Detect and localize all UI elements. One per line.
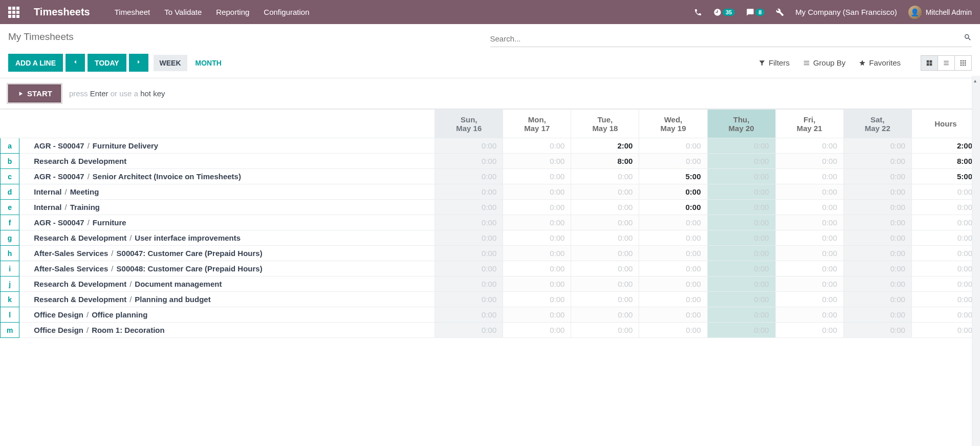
grid-cell[interactable]: 0:00 [639,200,707,215]
groupby-button[interactable]: Group By [803,58,845,67]
grid-cell[interactable]: 0:00 [775,292,843,307]
grid-cell[interactable]: 0:00 [843,277,911,292]
activity-icon[interactable]: 35 [713,8,735,16]
grid-cell[interactable]: 0:00 [639,261,707,277]
grid-cell[interactable]: 0:00 [571,292,639,307]
row-label[interactable]: After-Sales Services/S00047: Customer Ca… [19,246,435,261]
menu-configuration[interactable]: Configuration [264,8,309,16]
apps-icon[interactable] [8,7,19,18]
row-label[interactable]: After-Sales Services/S00048: Customer Ca… [19,261,435,277]
search-icon[interactable] [964,33,972,44]
grid-cell[interactable]: 0:00 [639,246,707,261]
grid-cell[interactable]: 0:00 [503,292,571,307]
row-hotkey[interactable]: i [1,261,19,277]
grid-cell[interactable]: 0:00 [639,138,707,154]
grid-cell[interactable]: 0:00 [571,307,639,323]
grid-cell[interactable]: 0:00 [639,154,707,169]
start-timer-button[interactable]: START [8,84,61,102]
grid-cell[interactable]: 0:00 [775,246,843,261]
grid-cell[interactable]: 0:00 [639,323,707,338]
scale-month-button[interactable]: MONTH [189,55,228,71]
grid-cell[interactable]: 0:00 [503,200,571,215]
search-box[interactable] [490,31,972,47]
grid-cell[interactable]: 0:00 [571,323,639,338]
row-hotkey[interactable]: f [1,215,19,230]
grid-cell[interactable]: 0:00 [707,154,775,169]
grid-cell[interactable]: 0:00 [571,215,639,230]
row-label[interactable]: AGR - S00047/Senior Architect (Invoice o… [19,169,435,184]
row-hotkey[interactable]: k [1,292,19,307]
grid-cell[interactable]: 0:00 [639,307,707,323]
scale-week-button[interactable]: WEEK [154,55,187,71]
grid-cell[interactable]: 0:00 [503,230,571,246]
row-hotkey[interactable]: b [1,154,19,169]
grid-cell[interactable]: 0:00 [775,230,843,246]
grid-cell[interactable]: 0:00 [435,154,503,169]
grid-cell[interactable]: 0:00 [435,184,503,200]
grid-cell[interactable]: 0:00 [843,169,911,184]
prev-button[interactable] [66,54,85,72]
grid-cell[interactable]: 0:00 [775,138,843,154]
grid-cell[interactable]: 0:00 [707,184,775,200]
grid-cell[interactable]: 0:00 [571,169,639,184]
grid-cell[interactable]: 0:00 [435,138,503,154]
grid-cell[interactable]: 0:00 [843,323,911,338]
grid-cell[interactable]: 0:00 [503,323,571,338]
grid-cell[interactable]: 0:00 [503,215,571,230]
user-menu[interactable]: 👤 Mitchell Admin [908,6,972,19]
grid-cell[interactable]: 0:00 [707,169,775,184]
grid-cell[interactable]: 0:00 [775,277,843,292]
grid-cell[interactable]: 0:00 [435,230,503,246]
search-input[interactable] [490,34,964,43]
grid-cell[interactable]: 0:00 [639,230,707,246]
grid-cell[interactable]: 0:00 [571,184,639,200]
grid-cell[interactable]: 0:00 [775,323,843,338]
grid-cell[interactable]: 0:00 [503,138,571,154]
grid-cell[interactable]: 0:00 [571,230,639,246]
grid-cell[interactable]: 0:00 [707,323,775,338]
grid-cell[interactable]: 0:00 [435,277,503,292]
grid-cell[interactable]: 0:00 [775,154,843,169]
scrollbar[interactable]: ▴ [972,76,980,338]
grid-cell[interactable]: 0:00 [503,277,571,292]
grid-cell[interactable]: 0:00 [843,230,911,246]
app-brand[interactable]: Timesheets [34,6,90,18]
grid-cell[interactable]: 0:00 [503,154,571,169]
grid-cell[interactable]: 0:00 [843,200,911,215]
grid-cell[interactable]: 2:00 [571,138,639,154]
grid-cell[interactable]: 0:00 [843,246,911,261]
grid-cell[interactable]: 0:00 [843,184,911,200]
row-label[interactable]: Research & Development/Document manageme… [19,277,435,292]
grid-cell[interactable]: 0:00 [639,184,707,200]
grid-cell[interactable]: 0:00 [571,261,639,277]
filters-button[interactable]: Filters [758,58,790,67]
next-button[interactable] [129,54,148,72]
debug-icon[interactable] [776,8,784,16]
row-label[interactable]: Office Design/Room 1: Decoration [19,323,435,338]
view-list-icon[interactable] [938,55,955,71]
row-hotkey[interactable]: j [1,277,19,292]
grid-cell[interactable]: 0:00 [503,246,571,261]
grid-cell[interactable]: 0:00 [707,138,775,154]
row-hotkey[interactable]: c [1,169,19,184]
grid-cell[interactable]: 0:00 [843,292,911,307]
grid-cell[interactable]: 5:00 [639,169,707,184]
grid-cell[interactable]: 0:00 [639,215,707,230]
row-hotkey[interactable]: l [1,307,19,323]
grid-cell[interactable]: 0:00 [775,307,843,323]
grid-cell[interactable]: 0:00 [707,246,775,261]
grid-cell[interactable]: 0:00 [639,277,707,292]
row-label[interactable]: Research & Development [19,154,435,169]
grid-cell[interactable]: 0:00 [435,246,503,261]
row-hotkey[interactable]: m [1,323,19,338]
row-hotkey[interactable]: e [1,200,19,215]
grid-cell[interactable]: 0:00 [843,307,911,323]
grid-cell[interactable]: 0:00 [707,261,775,277]
messaging-icon[interactable]: 8 [746,8,765,16]
grid-cell[interactable]: 0:00 [503,261,571,277]
grid-cell[interactable]: 8:00 [571,154,639,169]
grid-cell[interactable]: 0:00 [775,169,843,184]
row-label[interactable]: Research & Development/User interface im… [19,230,435,246]
menu-timesheet[interactable]: Timesheet [115,8,150,16]
phone-icon[interactable] [694,8,702,16]
